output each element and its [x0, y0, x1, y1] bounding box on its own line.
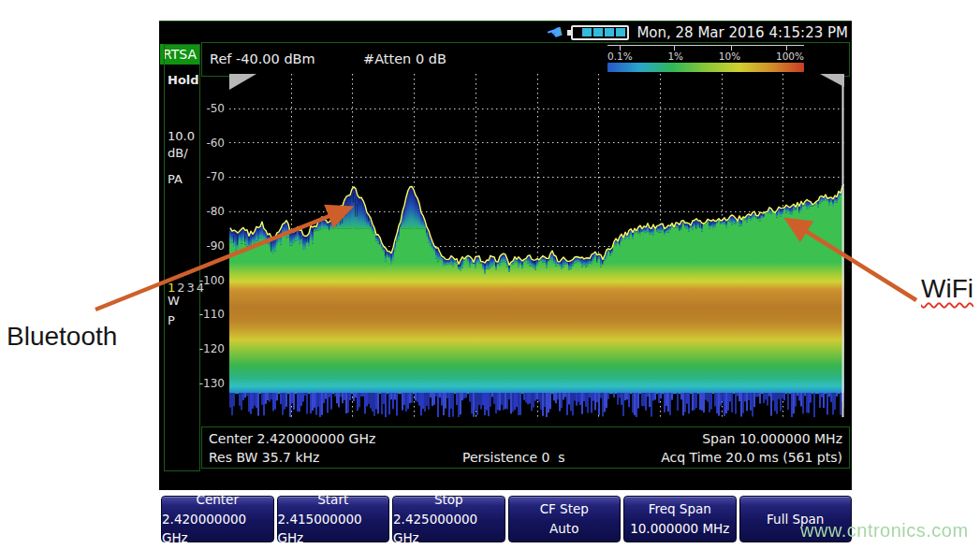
persistence-readout: Persistence 0 s	[462, 450, 565, 465]
status-bar: ☚ Mon, 28 Mar 2016 4:15:23 PM	[159, 22, 852, 43]
amplitude-tick-label: -60	[187, 137, 225, 150]
battery-bar	[582, 28, 592, 36]
attenuation: #Atten 0 dB	[363, 51, 446, 66]
preamp-indicator: PA	[168, 172, 183, 186]
color-scale-label: 10%	[719, 51, 740, 62]
softkey-value: 2.420000000 GHz	[162, 510, 273, 549]
datetime: Mon, 28 Mar 2016 4:15:23 PM	[636, 24, 848, 41]
softkey-label: Start	[317, 490, 348, 510]
amplitude-tick-label: -50	[187, 102, 225, 115]
softkey-value: 2.425000000 GHz	[393, 510, 505, 549]
center-freq-readout: Center 2.420000000 GHz	[209, 431, 375, 446]
softkey-value: 10.000000 MHz	[630, 519, 729, 539]
analyzer-screen: ☚ Mon, 28 Mar 2016 4:15:23 PM RTSA Hold …	[159, 21, 852, 490]
amplitude-tick-label: -130	[187, 377, 225, 390]
acq-time-readout: Acq Time 20.0 ms (561 pts)	[661, 450, 842, 465]
softkey-value: 2.415000000 GHz	[278, 510, 389, 549]
spectrum-plot	[229, 74, 844, 417]
amplitude-tick-label: -80	[187, 205, 225, 218]
settings-panel: Ref -40.00 dBm #Atten 0 dB 0.1%1%10%100%	[201, 42, 850, 77]
measurement-info-panel: Center 2.420000000 GHz Span 10.000000 MH…	[201, 426, 850, 469]
softkey-center[interactable]: Center2.420000000 GHz	[161, 496, 274, 542]
softkey-stop[interactable]: Stop2.425000000 GHz	[392, 496, 505, 542]
pointer-hand-icon: ☚	[545, 21, 566, 44]
ref-level: Ref -40.00 dBm	[210, 51, 315, 66]
softkey-label: Stop	[434, 490, 463, 510]
battery-bar	[616, 28, 625, 36]
bluetooth-label: Bluetooth	[7, 322, 117, 352]
wifi-label: WiFi	[921, 274, 973, 304]
amplitude-tick-label: -120	[187, 342, 225, 355]
amplitude-tick-label: -110	[187, 308, 225, 321]
scale-unit: dB/	[168, 146, 188, 160]
softkey-label: CF Step	[540, 499, 589, 519]
battery-icon	[571, 25, 629, 40]
softkey-label: Freq Span	[649, 499, 711, 519]
battery-bar	[605, 28, 614, 36]
detector-indicator: P	[168, 313, 175, 327]
amplitude-tick-label: -100	[187, 274, 225, 287]
color-scale-gradient	[607, 63, 804, 72]
page: Bluetooth WiFi ☚ Mon, 28 Mar 2016 4:15:2…	[0, 0, 980, 549]
color-scale-ticks	[607, 45, 804, 51]
sweep-hold-indicator: Hold	[168, 73, 199, 87]
active-trace: 1	[168, 281, 177, 295]
density-color-scale: 0.1%1%10%100%	[607, 45, 804, 75]
softkey-bar: Center2.420000000 GHzStart2.415000000 GH…	[161, 496, 852, 542]
color-scale-label: 1%	[667, 51, 683, 62]
color-scale-label: 0.1%	[607, 51, 633, 62]
rbw-readout: Res BW 35.7 kHz	[209, 450, 319, 465]
color-scale-labels: 0.1%1%10%100%	[607, 51, 804, 63]
battery-bar	[593, 28, 603, 36]
softkey-cf-step[interactable]: CF StepAuto	[508, 496, 622, 542]
softkey-freq-span[interactable]: Freq Span10.000000 MHz	[623, 496, 737, 542]
color-scale-label: 100%	[776, 51, 804, 62]
softkey-value: Auto	[549, 519, 578, 539]
trace-mode-indicator: W	[168, 294, 180, 308]
softkey-label: Center	[197, 490, 239, 510]
softkey-start[interactable]: Start2.415000000 GHz	[277, 496, 390, 542]
amplitude-tick-label: -90	[187, 239, 225, 253]
amplitude-tick-label: -70	[187, 170, 225, 183]
span-readout: Span 10.000000 MHz	[702, 431, 842, 446]
watermark: www.cntronics.com	[800, 520, 969, 542]
